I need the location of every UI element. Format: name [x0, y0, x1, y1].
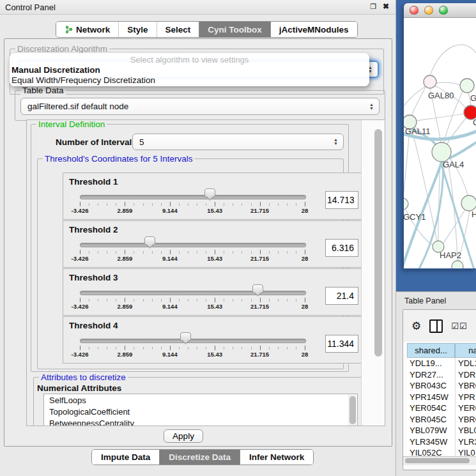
mac-zoom-button[interactable]	[439, 6, 448, 15]
list-scrollbar-thumb[interactable]	[349, 396, 356, 424]
node-label-c: C	[473, 118, 476, 127]
axis-tick-label: 21.715	[250, 255, 269, 262]
table-data-group: Table Data galFiltered.sif default node …	[15, 90, 385, 121]
tab-select-label: Select	[165, 25, 191, 35]
threshold-3-slider-track[interactable]	[80, 291, 306, 295]
cell-shared-name: YIL052C	[407, 448, 455, 456]
node-right[interactable]	[461, 196, 476, 211]
mac-minimize-button[interactable]	[424, 6, 433, 15]
node-bottom[interactable]	[452, 261, 463, 268]
axis-tick-label: -3.426	[72, 207, 89, 214]
network-canvas[interactable]: GAL80GACGAL11GAL4GCY1HHAP2	[404, 18, 476, 268]
node-top-right[interactable]	[460, 79, 474, 93]
threshold-4-slider-track[interactable]	[80, 339, 306, 343]
tab-discretize-data[interactable]: Discretize Data	[159, 450, 240, 464]
cell-name: YBL0	[455, 426, 476, 435]
threshold-2-slider-thumb[interactable]	[144, 236, 155, 245]
threshold-3-value-field[interactable]	[325, 287, 358, 305]
node-label-h: H	[472, 210, 476, 219]
settings-scroll-pane: Interval Definition Number of Intervals …	[26, 119, 385, 426]
table-row[interactable]: YDL19...YDL1	[407, 358, 476, 369]
threshold-2-label: Threshold 2	[69, 225, 118, 234]
number-of-intervals-combobox[interactable]: 5 ▲▼	[132, 134, 344, 150]
axis-tick-label: 15.43	[207, 255, 222, 262]
attribute-list-item[interactable]: TopologicalCoefficient	[44, 406, 357, 417]
attribute-list-item[interactable]: BetweennessCentrality	[44, 417, 357, 426]
axis-tick-label: 2.859	[118, 207, 133, 214]
columns-icon[interactable]	[429, 319, 443, 333]
combo-arrows-icon: ▲▼	[334, 138, 338, 146]
column-divider	[455, 358, 456, 456]
cell-shared-name: YER054C	[407, 403, 455, 413]
table-row[interactable]: YLR345WYLR3	[407, 436, 476, 448]
table-row[interactable]: YER054CYER0	[407, 403, 476, 414]
float-window-icon[interactable]: ❐	[370, 3, 376, 11]
node-gal4[interactable]	[432, 142, 451, 162]
axis-tick-label: 9.144	[162, 303, 178, 310]
table-row[interactable]: YIL052CYIL0	[407, 447, 476, 456]
axis-tick-label: 2.859	[118, 351, 133, 358]
table-row[interactable]: YPR145WYPR1	[407, 392, 476, 403]
axis-tick-label: 2.859	[118, 303, 133, 310]
slider-axis-labels: -3.4262.8599.14415.4321.71528	[80, 351, 305, 358]
table-row[interactable]: YBL079WYBL0	[407, 425, 476, 436]
slider-major-ticks	[80, 298, 305, 302]
tab-infer-network[interactable]: Infer Network	[240, 450, 313, 464]
threshold-4-value-field[interactable]	[325, 335, 358, 353]
pane-scrollbar-thumb[interactable]	[374, 129, 382, 357]
cell-shared-name: YBR045C	[407, 415, 455, 424]
axis-tick-label: 28	[302, 207, 309, 214]
threshold-4-slider-thumb[interactable]	[180, 332, 191, 341]
algorithm-dropdown-popup: Select algorithm to view settings Manual…	[10, 53, 369, 86]
number-of-intervals-value: 5	[139, 137, 144, 147]
axis-tick-label: 21.715	[250, 303, 269, 310]
table-data-combobox[interactable]: galFiltered.sif default node ▲▼	[20, 98, 380, 115]
node-gcy1[interactable]	[404, 198, 408, 210]
pane-scrollbar	[361, 120, 385, 426]
threshold-1-value-field[interactable]	[325, 191, 358, 209]
table-row[interactable]: YBR043CYBR0	[407, 380, 476, 392]
dropdown-option-equal-width-frequency[interactable]: Equal Width/Frequency Discretization	[12, 75, 155, 85]
tab-network-label: Network	[76, 25, 110, 35]
screen: Control Panel ❐ ✖ Network Style Select C…	[0, 0, 476, 476]
list-scrollbar	[348, 395, 357, 426]
attributes-group-title: Attributes to discretize	[39, 372, 128, 382]
tab-impute-data[interactable]: Impute Data	[92, 450, 159, 464]
axis-tick-label: 9.144	[162, 255, 178, 262]
dropdown-option-manual-discretization[interactable]: Manual Discretization	[12, 65, 100, 75]
axis-tick-label: -3.426	[72, 255, 89, 262]
network-window-titlebar[interactable]	[404, 3, 476, 18]
mac-close-button[interactable]	[410, 6, 418, 15]
gear-icon[interactable]: ⚙	[411, 319, 421, 333]
network-edge	[430, 45, 476, 75]
cell-shared-name: YDL19...	[407, 358, 455, 368]
tab-jactivemnodules[interactable]: jActiveMNodules	[270, 22, 357, 37]
numerical-attributes-list[interactable]: SelfLoopsTopologicalCoefficientBetweenne…	[43, 394, 358, 426]
column-header-name[interactable]: na	[455, 343, 476, 358]
table-row[interactable]: YDR27...YDR2	[407, 369, 476, 381]
apply-button[interactable]: Apply	[164, 429, 203, 443]
table-hscrollbar-thumb[interactable]	[405, 458, 470, 463]
threshold-2-slider-track[interactable]	[80, 243, 306, 247]
dropdown-prompt: Select algorithm to view settings	[10, 55, 369, 65]
tab-network[interactable]: Network	[56, 22, 118, 37]
column-header-shared-name[interactable]: shared...	[407, 343, 455, 358]
select-checkboxes-icon[interactable]: ☑☑	[451, 321, 467, 331]
number-of-intervals-label: Number of Intervals	[56, 137, 137, 147]
tab-style[interactable]: Style	[118, 22, 156, 37]
threshold-1-slider-track[interactable]	[80, 195, 306, 199]
node-gal80[interactable]	[424, 75, 436, 88]
cyni-toolbox-panel: Discretization Algorithm ▲▼ Select algor…	[4, 38, 392, 447]
threshold-3-slider-thumb[interactable]	[252, 284, 263, 293]
close-icon[interactable]: ✖	[383, 2, 389, 11]
network-thick-edge	[449, 141, 476, 158]
attribute-list-item[interactable]: SelfLoops	[44, 394, 357, 406]
threshold-2-value-field[interactable]	[325, 239, 358, 257]
threshold-1-slider-thumb[interactable]	[204, 188, 215, 197]
table-row[interactable]: YBR045CYBR0	[407, 414, 476, 426]
tab-cyni-toolbox-label: Cyni Toolbox	[208, 25, 262, 35]
tab-cyni-toolbox[interactable]: Cyni Toolbox	[199, 22, 270, 37]
network-edge	[404, 86, 427, 107]
threshold-4-label: Threshold 4	[69, 321, 118, 330]
tab-select[interactable]: Select	[157, 22, 199, 37]
